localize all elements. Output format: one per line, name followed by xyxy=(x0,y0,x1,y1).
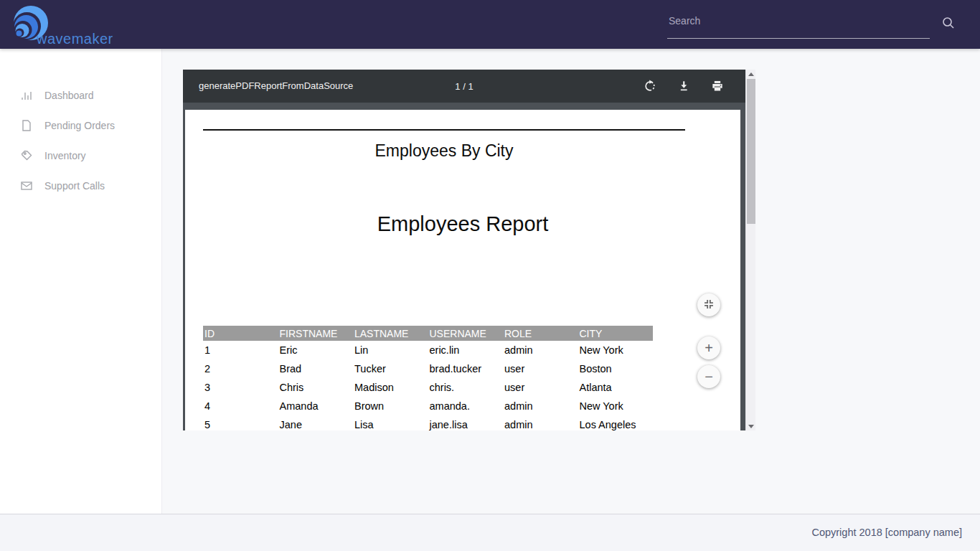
zoom-in-button[interactable]: + xyxy=(697,336,720,359)
table-cell: Tucker xyxy=(353,359,428,378)
document-report-title: Employees Report xyxy=(185,212,740,236)
table-head: IDFIRSTNAMELASTNAMEUSERNAMEROLECITY xyxy=(203,326,653,341)
table-header-cell: ROLE xyxy=(503,326,578,341)
table-cell: jane.lisa xyxy=(428,415,504,430)
pdf-page: Employees By City Employees Report IDFIR… xyxy=(185,110,740,430)
search-icon[interactable] xyxy=(941,16,956,30)
table-header-row: IDFIRSTNAMELASTNAMEUSERNAMEROLECITY xyxy=(203,326,653,341)
table-cell: admin xyxy=(503,415,578,430)
table-cell: Atlanta xyxy=(578,378,654,397)
table-cell: 3 xyxy=(203,378,278,397)
logo-text: wavemaker xyxy=(37,31,113,47)
table-header-cell: ID xyxy=(203,326,278,341)
plus-icon: + xyxy=(705,341,713,355)
pdf-viewport[interactable]: Employees By City Employees Report IDFIR… xyxy=(183,103,745,430)
scrollbar-down-arrow-icon[interactable] xyxy=(746,422,756,430)
sidebar-item-label: Dashboard xyxy=(44,90,94,101)
table-cell: brad.tucker xyxy=(428,359,504,378)
employees-table: IDFIRSTNAMELASTNAMEUSERNAMEROLECITY 1Eri… xyxy=(203,326,653,430)
table-cell: user xyxy=(503,359,578,378)
print-icon[interactable] xyxy=(710,79,725,93)
table-header-cell: LASTNAME xyxy=(353,326,428,341)
sidebar-item-label: Inventory xyxy=(44,150,86,161)
bar-chart-icon xyxy=(20,89,33,102)
pdf-viewer-pane: generatePDFReportFromDataSource 1 / 1 xyxy=(183,70,745,430)
sidebar-item-label: Pending Orders xyxy=(44,120,115,131)
fit-to-page-button[interactable] xyxy=(697,293,720,316)
pdf-toolbar: generatePDFReportFromDataSource 1 / 1 xyxy=(183,70,745,103)
table-row: 2BradTuckerbrad.tuckeruserBoston xyxy=(203,359,653,378)
main-content: generatePDFReportFromDataSource 1 / 1 xyxy=(162,49,980,514)
document-icon xyxy=(20,119,33,132)
app-footer: Copyright 2018 [company name] xyxy=(0,514,980,551)
document-heading: Employees By City xyxy=(203,141,685,161)
sidebar-item-support-calls[interactable]: Support Calls xyxy=(0,171,161,201)
document-divider-line xyxy=(203,129,685,131)
table-cell: Boston xyxy=(578,359,654,378)
table-row: 1EricLineric.linadminNew York xyxy=(203,341,653,359)
sidebar-item-label: Support Calls xyxy=(44,180,105,192)
table-header-cell: FIRSTNAME xyxy=(278,326,354,341)
table-cell: 2 xyxy=(203,359,278,378)
table-cell: Lisa xyxy=(353,415,428,430)
download-icon[interactable] xyxy=(677,79,691,93)
table-body: 1EricLineric.linadminNew York2BradTucker… xyxy=(203,341,653,430)
app-header: wavemaker xyxy=(0,0,980,49)
table-cell: user xyxy=(503,378,578,397)
table-cell: Eric xyxy=(278,341,354,359)
table-header-cell: USERNAME xyxy=(428,326,504,341)
table-cell: Madison xyxy=(353,378,428,397)
table-cell: Chris xyxy=(278,378,354,397)
copyright-text: Copyright 2018 [company name] xyxy=(811,514,962,550)
table-row: 5JaneLisajane.lisaadminLos Angeles xyxy=(203,415,653,430)
pdf-viewer: generatePDFReportFromDataSource 1 / 1 xyxy=(183,70,755,430)
minus-icon: − xyxy=(705,369,713,384)
sidebar: Dashboard Pending Orders Inventory xyxy=(0,49,162,514)
table-row: 4AmandaBrownamanda.adminNew York xyxy=(203,397,653,415)
table-row: 3ChrisMadisonchris.userAtlanta xyxy=(203,378,653,397)
sidebar-item-pending-orders[interactable]: Pending Orders xyxy=(0,110,161,141)
table-cell: Los Angeles xyxy=(578,415,654,430)
envelope-icon xyxy=(20,179,33,192)
scrollbar-thumb[interactable] xyxy=(747,79,755,224)
sidebar-item-dashboard[interactable]: Dashboard xyxy=(0,80,161,110)
table-cell: 4 xyxy=(203,397,278,415)
table-cell: Amanda xyxy=(278,397,354,415)
wavemaker-logo[interactable]: wavemaker xyxy=(9,5,124,45)
pdf-scrollbar[interactable] xyxy=(745,70,755,430)
table-header-cell: CITY xyxy=(578,326,654,341)
table-cell: admin xyxy=(503,341,578,359)
zoom-out-button[interactable]: − xyxy=(697,365,720,388)
search-field xyxy=(667,10,930,39)
tag-icon xyxy=(20,149,33,162)
table-cell: admin xyxy=(503,397,578,415)
table-cell: Jane xyxy=(278,415,354,430)
table-cell: eric.lin xyxy=(428,341,504,359)
table-cell: Lin xyxy=(353,341,428,359)
table-cell: Brad xyxy=(278,359,354,378)
fit-to-page-icon xyxy=(701,296,717,314)
scrollbar-up-arrow-icon[interactable] xyxy=(746,70,756,78)
table-cell: 1 xyxy=(203,341,278,359)
table-cell: 5 xyxy=(203,415,278,430)
table-cell: amanda. xyxy=(428,397,504,415)
search-input[interactable] xyxy=(667,10,930,39)
sidebar-item-inventory[interactable]: Inventory xyxy=(0,141,161,171)
table-cell: New York xyxy=(578,397,654,415)
table-cell: New York xyxy=(578,341,654,359)
rotate-icon[interactable] xyxy=(643,79,657,93)
table-cell: Brown xyxy=(353,397,428,415)
app-root: wavemaker Da xyxy=(0,0,980,551)
pdf-toolbar-actions xyxy=(643,70,725,103)
table-cell: chris. xyxy=(428,378,504,397)
sidebar-nav: Dashboard Pending Orders Inventory xyxy=(0,49,161,201)
